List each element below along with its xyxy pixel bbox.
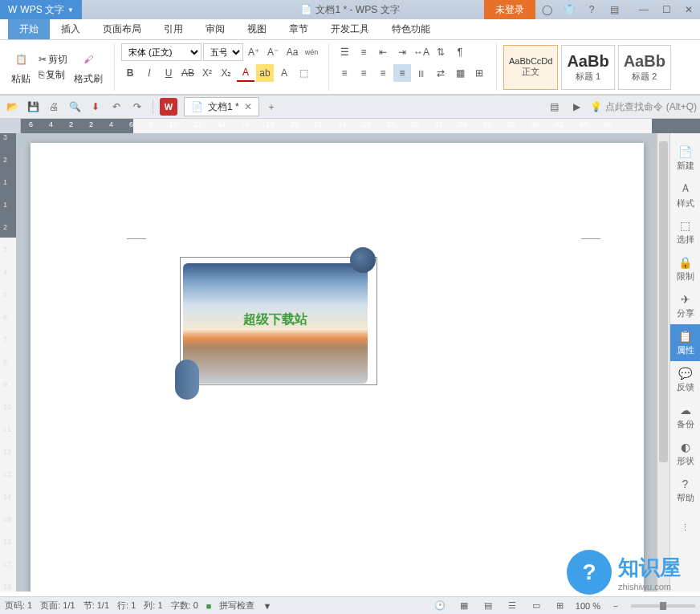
print-preview-icon[interactable]: 🔍 [66,98,83,116]
highlight-button[interactable]: ab [256,64,274,82]
bullet-list-button[interactable]: ☰ [336,43,353,61]
search-command[interactable]: 💡 点此查找命令 (Alt+Q) [590,100,697,114]
borders-button[interactable]: ⊞ [470,64,488,82]
open-icon[interactable]: 📂 [3,98,21,116]
zoom-slider[interactable] [631,604,695,608]
scroll-shape-object[interactable]: 超级下载站 [175,247,376,400]
horizontal-ruler[interactable]: 6422468101214161820222426283032343638404… [0,119,700,133]
zoom-thumb[interactable] [660,602,666,610]
redo-icon[interactable]: ↷ [128,98,146,116]
view-print-icon[interactable]: ▦ [455,597,473,615]
zoom-level[interactable]: 100 % [576,601,600,611]
minimize-button[interactable]: — [633,0,655,19]
text-effect-button[interactable]: A [275,64,293,82]
phonetic-button[interactable]: wén [303,43,320,61]
tool-icon[interactable]: ▶ [568,98,585,116]
document-tab[interactable]: 📄 文档1 * ✕ [184,97,259,116]
shrink-font-button[interactable]: A⁻ [264,43,282,61]
status-chars[interactable]: 字数: 0 [171,600,198,612]
maximize-button[interactable]: ☐ [655,0,678,19]
menu-review[interactable]: 审阅 [194,19,236,39]
font-name-select[interactable]: 宋体 (正文) [121,43,201,61]
menu-devtools[interactable]: 开发工具 [319,19,381,39]
view-web-icon[interactable]: ▤ [479,597,497,615]
login-button[interactable]: 未登录 [484,0,535,19]
close-tab-icon[interactable]: ✕ [244,101,252,112]
vertical-scrollbar[interactable] [657,133,669,592]
show-marks-button[interactable]: ¶ [451,43,469,61]
new-tab-icon[interactable]: ＋ [262,98,280,116]
side-item-新建[interactable]: 📄新建 [670,140,701,177]
wps-home-icon[interactable]: W [160,98,177,116]
save-icon[interactable]: 💾 [24,98,42,116]
shirt-icon[interactable]: 👕 [558,0,580,19]
side-item-形状[interactable]: ◐形状 [670,435,701,472]
style-normal[interactable]: AaBbCcDd 正文 [503,45,558,90]
bold-button[interactable]: B [121,64,139,82]
distribute-button[interactable]: ⫼ [413,64,430,82]
side-item-帮助[interactable]: ?帮助 [670,472,701,509]
increase-indent-button[interactable]: ⇥ [393,43,411,61]
document-canvas[interactable]: 超级下载站 [16,133,657,592]
browser-icon[interactable]: ◯ [535,0,558,19]
align-left-button[interactable]: ≡ [336,64,353,82]
menu-view[interactable]: 视图 [236,19,278,39]
status-page-no[interactable]: 页码: 1 [5,600,32,612]
align-right-button[interactable]: ≡ [374,64,392,82]
status-col[interactable]: 列: 1 [144,600,162,612]
side-item-备份[interactable]: ☁备份 [670,398,701,435]
char-scale-button[interactable]: ↔A [413,43,430,61]
settings-icon[interactable]: ▤ [545,98,563,116]
history-icon[interactable]: 🕑 [431,597,449,615]
status-line[interactable]: 行: 1 [117,600,136,612]
side-more[interactable]: ⋮ [670,509,701,546]
menu-features[interactable]: 特色功能 [381,19,442,39]
italic-button[interactable]: I [140,64,158,82]
app-menu[interactable]: W WPS 文字 ▼ [0,0,82,19]
side-item-样式[interactable]: Ａ样式 [670,177,701,213]
style-heading1[interactable]: AaBb 标题 1 [561,45,614,90]
view-read-icon[interactable]: ▭ [527,597,545,615]
cut-button[interactable]: ✂剪切 [39,53,67,67]
view-outline-icon[interactable]: ☰ [503,597,521,615]
side-item-选择[interactable]: ⬚选择 [670,213,701,250]
status-section[interactable]: 节: 1/1 [83,600,109,612]
align-justify-button[interactable]: ≡ [393,64,411,82]
grow-font-button[interactable]: A⁺ [245,43,262,61]
close-button[interactable]: ✕ [678,0,700,19]
change-case-button[interactable]: Aa [283,43,301,61]
side-item-属性[interactable]: 📋属性 [670,324,701,361]
font-size-select[interactable]: 五号 [203,43,243,61]
side-item-分享[interactable]: ✈分享 [670,287,701,324]
paste-button[interactable]: 📋 粘贴 [6,43,35,91]
underline-button[interactable]: U [160,64,177,82]
menu-start[interactable]: 开始 [8,19,50,39]
char-border-button[interactable]: ⬚ [295,64,312,82]
align-center-button[interactable]: ≡ [355,64,372,82]
copy-button[interactable]: ⎘复制 [39,68,67,82]
vertical-ruler[interactable]: 3211234567891011121314151617181920 [0,133,16,592]
side-item-限制[interactable]: 🔒限制 [670,250,701,287]
menu-insert[interactable]: 插入 [50,19,92,39]
undo-icon[interactable]: ↶ [108,98,125,116]
feedback-icon[interactable]: ▤ [603,0,625,19]
status-page[interactable]: 页面: 1/1 [40,600,75,612]
subscript-button[interactable]: X₂ [218,64,235,82]
font-color-button[interactable]: A [237,64,254,82]
side-item-反馈[interactable]: 💬反馈 [670,361,701,398]
number-list-button[interactable]: ≡ [355,43,372,61]
scrollbar-thumb[interactable] [659,141,668,462]
shading-button[interactable]: ▦ [451,64,469,82]
decrease-indent-button[interactable]: ⇤ [374,43,392,61]
menu-reference[interactable]: 引用 [153,19,194,39]
export-pdf-icon[interactable]: ⬇ [87,98,104,116]
menu-pagelayout[interactable]: 页面布局 [92,19,153,39]
superscript-button[interactable]: X² [198,64,216,82]
fit-width-icon[interactable]: ⊞ [551,597,569,615]
zoom-out-button[interactable]: − [607,597,625,615]
format-painter-button[interactable]: 🖌 格式刷 [71,43,106,91]
help-icon[interactable]: ? [580,0,603,19]
style-heading2[interactable]: AaBb 标题 2 [618,45,671,90]
menu-chapter[interactable]: 章节 [278,19,319,39]
status-spell[interactable]: 拼写检查 [219,600,254,612]
